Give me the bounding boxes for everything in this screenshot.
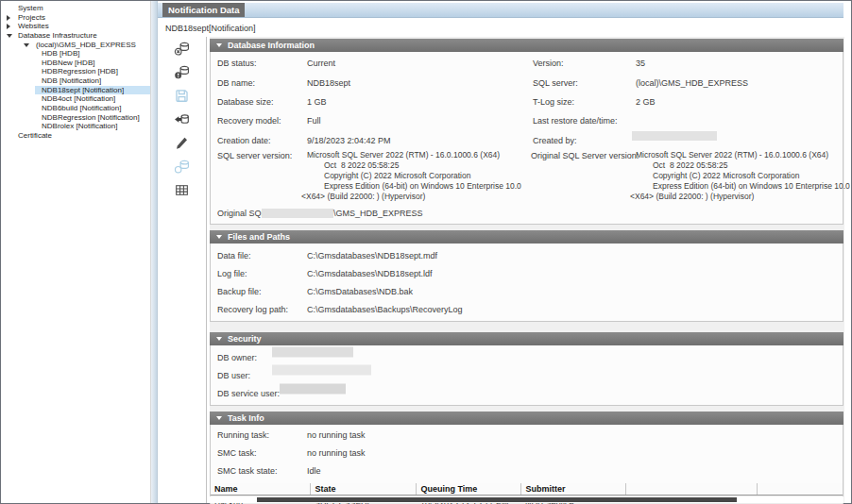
tree-item-projects[interactable]: Projects xyxy=(1,13,150,23)
sql-version-row: SQL server version: Microsoft SQL Server… xyxy=(211,150,843,204)
tree-item-ndb4oct[interactable]: NDB4oct [Notification] xyxy=(1,94,150,104)
original-sql-server-version-value: Microsoft SQL Server 2022 (RTM) - 16.0.1… xyxy=(630,150,852,202)
column-header-empty xyxy=(757,483,843,496)
field-row: DB name:NDB18sept SQL server:(local)\GMS… xyxy=(211,73,843,92)
navigation-tree: System Projects Websites Database Infras… xyxy=(1,1,150,503)
detail-content: Database Information DB status:Current V… xyxy=(210,37,844,503)
copy-database-icon[interactable] xyxy=(174,159,190,175)
tree-item-hdb[interactable]: HDB [HDB] xyxy=(1,49,150,59)
original-sql-server-row: Original SQL Server: \GMS_HDB_EXPRESS xyxy=(211,204,843,223)
page-title: NDB18sept[Notification] xyxy=(158,18,851,37)
collapsed-arrow-icon[interactable] xyxy=(7,24,10,29)
tree-item-websites[interactable]: Websites xyxy=(1,22,150,31)
restore-database-icon[interactable] xyxy=(174,111,190,127)
section-files-and-paths: Files and Paths Data file:C:\Gmsdatabase… xyxy=(210,230,843,322)
section-header-files-and-paths[interactable]: Files and Paths xyxy=(210,230,843,244)
redacted-value xyxy=(280,383,346,394)
tree-item-local-gms-hdb-express[interactable]: (local)\GMS_HDB_EXPRESS xyxy=(1,41,150,50)
collapse-arrow-icon xyxy=(216,416,222,420)
section-task-info: Task Info Running task:no running task S… xyxy=(210,412,843,503)
field-row: Creation date:9/18/2023 2:04:42 PM Creat… xyxy=(211,131,843,150)
scrollbar-thumb[interactable] xyxy=(257,497,737,502)
column-header-submitter[interactable]: Submitter xyxy=(520,483,625,496)
sql-server-version-value: Microsoft SQL Server 2022 (RTM) - 16.0.1… xyxy=(301,150,523,202)
field-row: DB owner: xyxy=(211,348,843,366)
redacted-value xyxy=(262,209,333,218)
expanded-arrow-icon[interactable] xyxy=(24,43,29,47)
collapse-arrow-icon xyxy=(216,43,222,47)
collapse-arrow-icon xyxy=(216,235,222,239)
tree-item-database-infrastructure[interactable]: Database Infrastructure xyxy=(1,31,150,41)
field-row: Log file:C:\Gmsdatabases\NDB18sept.ldf xyxy=(211,264,843,282)
save-icon[interactable] xyxy=(174,88,190,104)
field-row: Running task:no running task xyxy=(211,427,843,445)
section-header-task-info[interactable]: Task Info xyxy=(210,412,843,425)
tree-item-ndb[interactable]: NDB [Notification] xyxy=(1,76,150,86)
tab-notification-data[interactable]: Notification Data xyxy=(162,3,245,17)
redacted-value xyxy=(272,347,353,358)
field-row: SMC task:no running task xyxy=(211,445,843,462)
field-row: Recovery log path:C:\Gmsdatabases\Backup… xyxy=(211,301,843,319)
app-window: System Projects Websites Database Infras… xyxy=(0,0,852,504)
disconnect-database-icon[interactable] xyxy=(174,41,190,57)
column-header-name[interactable]: Name xyxy=(211,483,310,496)
field-row: Recovery model:Full Last restore date/ti… xyxy=(211,111,843,130)
tree-item-ndb6build[interactable]: NDB6build [Notification] xyxy=(1,104,150,113)
collapsed-arrow-icon[interactable] xyxy=(7,15,10,21)
field-row: DB user: xyxy=(211,366,843,384)
field-row: DB service user: xyxy=(211,385,843,403)
collapse-arrow-icon xyxy=(216,337,222,341)
table-grid-icon[interactable] xyxy=(174,182,190,198)
expanded-arrow-icon[interactable] xyxy=(7,34,12,38)
section-header-database-information[interactable]: Database Information xyxy=(210,39,843,52)
field-row: Database size:1 GB T-Log size:2 GB xyxy=(211,92,843,111)
redacted-value xyxy=(632,131,717,141)
tree-item-ndbregression[interactable]: NDBRegression [Notification] xyxy=(1,113,150,123)
main-panel: Notification Data NDB18sept[Notification… xyxy=(158,1,851,503)
section-database-information: Database Information DB status:Current V… xyxy=(210,39,843,225)
table-header-row: Name State Queuing Time Submitter xyxy=(211,483,843,496)
section-security: Security DB owner: DB user: DB service u… xyxy=(210,332,843,406)
field-row: Backup file:C:\GmsDatabases\NDB.bak xyxy=(211,283,843,301)
tree-item-hdbregression[interactable]: HDBRegression [HDB] xyxy=(1,67,150,76)
field-row: Data file:C:\Gmsdatabases\NDB18sept.mdf xyxy=(211,246,843,264)
column-header-empty xyxy=(625,483,757,496)
column-header-state[interactable]: State xyxy=(310,483,416,496)
section-header-security[interactable]: Security xyxy=(210,332,843,345)
tree-item-system[interactable]: System xyxy=(1,4,150,13)
tree-item-certificate[interactable]: Certificate xyxy=(1,131,150,141)
right-margin xyxy=(844,37,851,503)
attach-database-icon[interactable] xyxy=(174,64,190,80)
field-row: SMC task state:Idle xyxy=(211,462,843,479)
database-toolbar xyxy=(158,37,207,503)
horizontal-scrollbar[interactable] xyxy=(210,496,843,503)
panel-splitter[interactable] xyxy=(150,1,158,503)
edit-icon[interactable] xyxy=(174,135,190,151)
tree-item-hdbnew[interactable]: HDBNew [HDB] xyxy=(1,59,150,68)
column-header-queuing-time[interactable]: Queuing Time xyxy=(416,483,520,496)
tree-item-ndbrolex[interactable]: NDBrolex [Notification] xyxy=(1,122,150,131)
tree-item-ndb18sept-selected[interactable]: NDB18sept [Notification] xyxy=(1,86,150,95)
redacted-value xyxy=(272,365,371,376)
field-row: DB status:Current Version:35 xyxy=(211,54,843,73)
tab-bar: Notification Data xyxy=(158,3,843,18)
